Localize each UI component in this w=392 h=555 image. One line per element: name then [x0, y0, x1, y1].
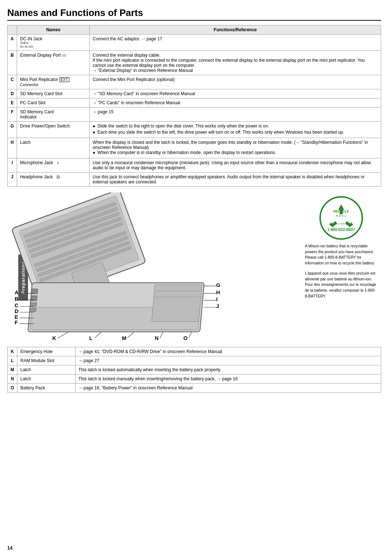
svg-text:M: M: [122, 335, 126, 340]
svg-text:B: B: [15, 296, 19, 302]
table-row: H Latch When the display is closed and t…: [8, 138, 381, 158]
recycle-text-english: A lithium ion battery that is recyclable…: [305, 243, 377, 266]
laptop-svg: A B C D E F G H I J K L M: [7, 193, 294, 340]
svg-text:G: G: [216, 282, 220, 288]
row-func-k: page 41, "DVD-ROM & CD-R/RW Drive" in on…: [75, 347, 381, 356]
table-row: F SD Memory CardIndicator page 15: [8, 107, 381, 121]
bullet-g1: Slide the switch to the right to open th…: [93, 123, 378, 129]
row-name-o: Battery Pack: [17, 384, 75, 393]
row-letter-b: B: [8, 50, 17, 75]
row-letter-k: K: [8, 347, 17, 356]
table-row: M Latch This latch is locked automatical…: [8, 365, 381, 374]
row-func-i: Use only a monaural condenser microphone…: [90, 158, 381, 172]
svg-text:R B R C: R B R C: [336, 214, 347, 218]
row-letter-m: M: [8, 365, 17, 374]
recycle-box: RECYCLE R B R C Li·ion 1·800·822·8837 A …: [301, 193, 381, 303]
row-func-o: page 16, "Battery Power" in onscreen Ref…: [75, 384, 381, 393]
row-func-d: "SD Memory Card" in onscreen Reference M…: [90, 89, 381, 98]
svg-text:Li·ion: Li·ion: [338, 222, 344, 225]
row-letter-n: N: [8, 374, 17, 384]
row-func-l: page 27: [75, 356, 381, 365]
page-title: Names and Functions of Parts: [7, 7, 381, 21]
row-name-l: RAM Module Slot: [17, 356, 75, 365]
row-letter-l: L: [8, 356, 17, 365]
row-func-g: Slide the switch to the right to open th…: [90, 121, 381, 138]
row-name-i: Microphone Jack ♪: [17, 158, 90, 172]
dc-icon: ⊙⊕⊙DC IN 16V: [20, 41, 86, 49]
row-func-j: Use this jack to connect headphones or a…: [90, 172, 381, 186]
svg-rect-21: [30, 308, 36, 311]
table-row: C Mini Port ReplicatorEXT. Connector Con…: [8, 75, 381, 89]
svg-text:O: O: [183, 335, 187, 340]
row-name-f: SD Memory CardIndicator: [17, 107, 90, 121]
row-name-a: DC-IN Jack ⊙⊕⊙DC IN 16V: [17, 35, 90, 51]
svg-text:F: F: [15, 320, 18, 325]
col-header-names: Names: [17, 25, 90, 35]
diagram-area: A B C D E F G H I J K L M: [7, 193, 381, 341]
svg-text:C: C: [15, 303, 19, 308]
recycle-badge-svg: RECYCLE R B R C Li·ion 1·800·822·8837: [319, 196, 363, 240]
recycle-text-french: L'appareil que vous vous êtes procuré es…: [305, 271, 377, 299]
svg-line-51: [189, 332, 192, 338]
row-name-n: Latch: [17, 374, 75, 384]
svg-rect-20: [30, 303, 37, 306]
svg-text:I: I: [216, 296, 218, 302]
row-func-h: When the display is closed and the latch…: [90, 138, 381, 158]
svg-text:1·800·822·8837: 1·800·822·8837: [327, 227, 355, 232]
row-func-b: Connect the external display cable. If t…: [90, 50, 381, 75]
table-row: N Latch This latch is locked manually wh…: [8, 374, 381, 384]
table-row: L RAM Module Slot page 27: [8, 356, 381, 365]
svg-text:E: E: [15, 314, 18, 320]
col-header-functions: Functions/Reference: [90, 25, 381, 35]
table-row: B External Display Port ▭ Connect the ex…: [8, 50, 381, 75]
row-name-e: PC Card Slot: [17, 98, 90, 107]
svg-text:RECYCLE: RECYCLE: [333, 210, 349, 213]
table-row: E PC Card Slot "PC Cards" in onscreen Re…: [8, 98, 381, 107]
svg-text:A: A: [15, 289, 19, 295]
table-row: A DC-IN Jack ⊙⊕⊙DC IN 16V Connect the AC…: [8, 35, 381, 51]
page-number: 14: [7, 545, 12, 551]
svg-text:K: K: [52, 335, 56, 340]
row-name-d: SD Memory Card Slot: [17, 89, 90, 98]
svg-line-49: [160, 332, 163, 338]
ext-label: EXT.: [60, 77, 69, 82]
row-func-m: This latch is locked automatically when …: [75, 365, 381, 374]
laptop-diagram: A B C D E F G H I J K L M: [7, 193, 294, 341]
row-letter-a: A: [8, 35, 17, 51]
svg-text:D: D: [15, 308, 19, 314]
row-letter-o: O: [8, 384, 17, 393]
row-name-g: Drive Power/Open Switch: [17, 121, 90, 138]
svg-text:N: N: [155, 335, 159, 340]
row-letter-f: F: [8, 107, 17, 121]
row-func-a: Connect the AC adaptor. page 17: [90, 35, 381, 51]
bullet-g2: Each time you slide the switch to the le…: [93, 130, 378, 135]
row-letter-j: J: [8, 172, 17, 186]
svg-text:L: L: [89, 335, 93, 340]
row-letter-d: D: [8, 89, 17, 98]
row-letter-e: E: [8, 98, 17, 107]
row-name-j: Headphone Jack ⚖: [17, 172, 90, 186]
bullet-h1: When the computer is in standby or hiber…: [93, 150, 378, 155]
table-row: J Headphone Jack ⚖ Use this jack to conn…: [8, 172, 381, 186]
row-name-h: Latch: [17, 138, 90, 158]
row-name-m: Latch: [17, 365, 75, 374]
table-row: G Drive Power/Open Switch Slide the swit…: [8, 121, 381, 138]
row-func-f: page 15: [90, 107, 381, 121]
row-func-n: This latch is locked manually when inser…: [75, 374, 381, 384]
svg-rect-18: [31, 289, 38, 294]
table-row: K Emergency Hole page 41, "DVD-ROM & CD-…: [8, 347, 381, 356]
row-func-e: "PC Cards" in onscreen Reference Manual: [90, 98, 381, 107]
col-header-empty: [8, 25, 17, 35]
row-name-b: External Display Port ▭: [17, 50, 90, 75]
bottom-parts-table: K Emergency Hole page 41, "DVD-ROM & CD-…: [7, 347, 381, 393]
row-name-c: Mini Port ReplicatorEXT. Connector: [17, 75, 90, 89]
row-letter-g: G: [8, 121, 17, 138]
row-letter-c: C: [8, 75, 17, 89]
svg-text:J: J: [216, 303, 219, 309]
svg-text:H: H: [216, 289, 220, 295]
row-letter-h: H: [8, 138, 17, 158]
table-row: I Microphone Jack ♪ Use only a monaural …: [8, 158, 381, 172]
svg-line-43: [58, 332, 69, 338]
svg-line-47: [127, 332, 134, 338]
svg-rect-15: [152, 285, 202, 322]
